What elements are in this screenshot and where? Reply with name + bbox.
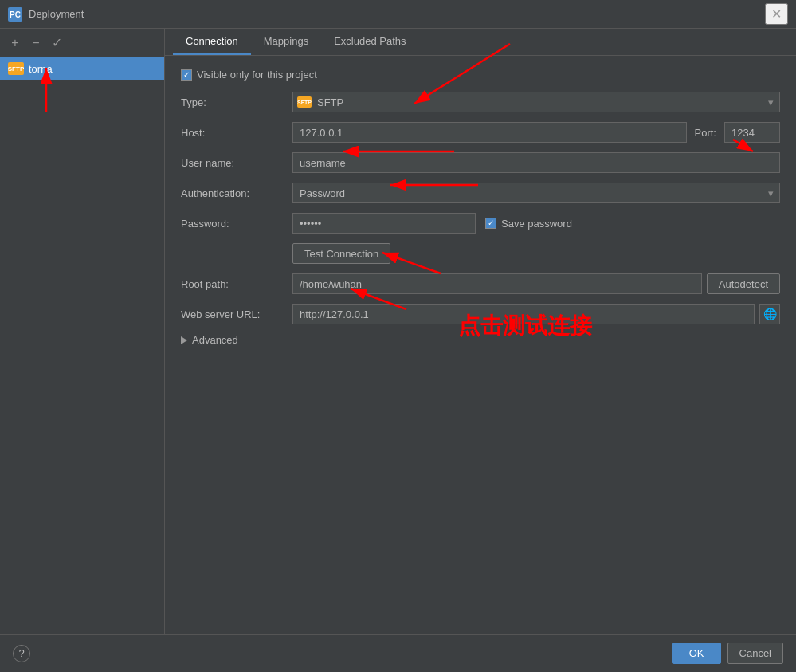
add-button[interactable]: + [6,34,24,52]
remove-button[interactable]: − [27,34,45,52]
username-row: User name: [181,152,780,173]
app-icon: PC [8,7,22,22]
root-path-controls: Autodetect [292,273,780,294]
tab-bar: Connection Mappings Excluded Paths [165,29,796,56]
content-area: Connection Mappings Excluded Paths Visib… [165,29,796,634]
visible-label: Visible only for this project [197,69,317,81]
root-path-input[interactable] [292,273,702,294]
port-input[interactable] [724,122,780,143]
bottom-actions: OK Cancel [672,643,783,664]
authentication-label: Authentication: [181,187,292,199]
advanced-row[interactable]: Advanced [181,334,780,346]
window-title: Deployment [29,8,84,20]
password-controls: Save password [292,213,780,234]
visible-checkbox-row: Visible only for this project [181,69,780,81]
save-password-checkbox[interactable] [485,218,496,229]
titlebar: PC Deployment ✕ [0,0,796,29]
sidebar-toolbar: + − ✓ [0,29,164,57]
password-row: Password: Save password [181,213,780,234]
sidebar-item-label: torna [29,63,53,75]
triangle-icon [181,336,187,344]
web-url-input[interactable] [292,304,755,324]
host-label: Host: [181,127,292,139]
type-select-wrapper: SFTP SFTP FTP Local or mounted folder [292,92,780,112]
authentication-row: Authentication: Password Key pair (OpenS… [181,183,780,203]
test-connection-button[interactable]: Test Connection [292,243,390,264]
autodetect-button[interactable]: Autodetect [707,273,780,294]
close-button[interactable]: ✕ [765,3,788,25]
visible-checkbox[interactable] [181,69,192,81]
host-input[interactable] [292,122,687,143]
help-button[interactable]: ? [13,645,30,662]
web-url-row: Web server URL: 🌐 [181,304,780,324]
advanced-label: Advanced [192,334,238,346]
password-input[interactable] [292,213,476,234]
authentication-select-wrapper: Password Key pair (OpenSSH or PuTTY) Ope… [292,183,780,203]
web-url-controls: 🌐 [292,304,780,324]
globe-button[interactable]: 🌐 [759,304,780,324]
username-label: User name: [181,157,292,169]
root-path-label: Root path: [181,278,292,290]
ok-button[interactable]: OK [672,643,721,664]
tab-excluded-paths[interactable]: Excluded Paths [321,29,418,55]
tab-mappings[interactable]: Mappings [251,29,321,55]
type-row: Type: SFTP SFTP FTP Local or mounted fol… [181,92,780,112]
host-row: Host: Port: [181,122,780,143]
root-path-row: Root path: Autodetect [181,273,780,294]
bottom-bar: ? OK Cancel [0,634,796,672]
type-label: Type: [181,96,292,108]
save-password-row: Save password [485,218,572,230]
main-layout: + − ✓ SFTP torna Connection Mappings Exc… [0,29,796,634]
web-url-label: Web server URL: [181,308,292,320]
host-port-row: Port: [292,122,780,143]
svg-text:PC: PC [10,10,21,19]
connection-form: Visible only for this project Type: SFTP… [165,56,796,634]
sidebar-item-torna[interactable]: SFTP torna [0,57,164,80]
save-password-label: Save password [501,218,572,230]
sidebar: + − ✓ SFTP torna [0,29,165,634]
port-label: Port: [687,127,724,139]
check-button[interactable]: ✓ [48,34,65,52]
cancel-button[interactable]: Cancel [727,643,783,664]
username-input[interactable] [292,152,780,173]
sftp-icon: SFTP [8,62,24,75]
tab-connection[interactable]: Connection [173,29,251,55]
password-label: Password: [181,218,292,230]
test-connection-row: Test Connection [181,243,780,264]
authentication-select[interactable]: Password Key pair (OpenSSH or PuTTY) Ope… [292,183,780,203]
type-select[interactable]: SFTP FTP Local or mounted folder [292,92,780,112]
